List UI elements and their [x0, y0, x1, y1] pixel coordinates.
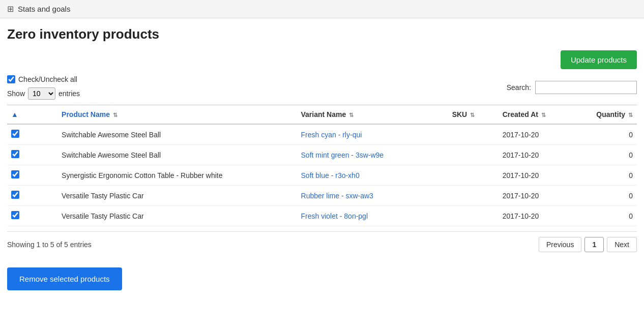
check-all-checkbox[interactable]	[7, 75, 15, 83]
sort-icon-variant: ⇅	[349, 112, 354, 118]
row-created-at: 2017-10-20	[499, 186, 587, 206]
row-checkbox[interactable]	[11, 130, 19, 138]
sort-icon-product: ⇅	[113, 112, 118, 118]
search-row: Search:	[507, 81, 637, 94]
row-created-at: 2017-10-20	[499, 206, 587, 226]
top-bar-title: Stats and goals	[18, 5, 70, 13]
sort-icon-sku: ⇅	[470, 112, 475, 118]
row-variant-name: Rubber lime - sxw-aw3	[297, 186, 448, 206]
controls-row: Check/Uncheck all Show 10 25 50 100 entr…	[7, 75, 637, 100]
row-quantity: 0	[587, 186, 637, 206]
show-label: Show	[7, 89, 25, 98]
row-checkbox[interactable]	[11, 150, 19, 158]
row-sku	[448, 186, 499, 206]
col-variant-name[interactable]: Variant Name ⇅	[297, 105, 448, 125]
row-sku	[448, 165, 499, 186]
row-checkbox-cell	[7, 165, 57, 186]
left-controls: Check/Uncheck all Show 10 25 50 100 entr…	[7, 75, 80, 100]
col-product-name[interactable]: Product Name ⇅	[57, 105, 297, 125]
row-quantity: 0	[587, 145, 637, 165]
row-quantity: 0	[587, 206, 637, 226]
check-all-row: Check/Uncheck all	[7, 75, 80, 83]
row-quantity: 0	[587, 165, 637, 186]
row-product-name: Synergistic Ergonomic Cotton Table - Rub…	[57, 165, 297, 186]
row-checkbox[interactable]	[11, 170, 19, 178]
table-row: Versatile Tasty Plastic CarFresh violet …	[7, 206, 637, 226]
table-row: Switchable Awesome Steel BallSoft mint g…	[7, 145, 637, 165]
col-checkbox: ▲	[7, 105, 57, 125]
row-checkbox-cell	[7, 206, 57, 226]
row-variant-name: Fresh violet - 8on-pgl	[297, 206, 448, 226]
showing-text: Showing 1 to 5 of 5 entries	[7, 241, 92, 249]
row-quantity: 0	[587, 124, 637, 145]
page-1-button[interactable]: 1	[584, 237, 604, 252]
table-body: Switchable Awesome Steel BallFresh cyan …	[7, 124, 637, 226]
row-product-name: Switchable Awesome Steel Ball	[57, 124, 297, 145]
remove-selected-button[interactable]: Remove selected products	[7, 267, 122, 290]
row-checkbox-cell	[7, 124, 57, 145]
top-bar: ⊞ Stats and goals	[0, 0, 644, 18]
row-sku	[448, 124, 499, 145]
row-checkbox-cell	[7, 145, 57, 165]
search-input[interactable]	[535, 81, 637, 94]
row-created-at: 2017-10-20	[499, 165, 587, 186]
row-created-at: 2017-10-20	[499, 124, 587, 145]
check-all-label: Check/Uncheck all	[18, 75, 77, 83]
page-title: Zero inventory products	[7, 26, 637, 42]
row-sku	[448, 206, 499, 226]
next-button[interactable]: Next	[607, 237, 637, 252]
row-product-name: Versatile Tasty Plastic Car	[57, 206, 297, 226]
show-entries-row: Show 10 25 50 100 entries	[7, 87, 80, 100]
table-row: Synergistic Ergonomic Cotton Table - Rub…	[7, 165, 637, 186]
row-variant-name: Soft mint green - 3sw-w9e	[297, 145, 448, 165]
col-sku[interactable]: SKU ⇅	[448, 105, 499, 125]
toolbar: Update products	[7, 50, 637, 69]
pagination-row: Showing 1 to 5 of 5 entries Previous 1 N…	[7, 231, 637, 257]
table-header: ▲ Product Name ⇅ Variant Name ⇅ SKU ⇅ Cr…	[7, 105, 637, 125]
update-products-button[interactable]: Update products	[561, 50, 637, 69]
sort-icon-qty: ⇅	[628, 112, 633, 118]
products-table: ▲ Product Name ⇅ Variant Name ⇅ SKU ⇅ Cr…	[7, 105, 637, 226]
col-quantity[interactable]: Quantity ⇅	[587, 105, 637, 125]
main-content: Zero inventory products Update products …	[0, 18, 644, 298]
row-checkbox-cell	[7, 186, 57, 206]
table-row: Switchable Awesome Steel BallFresh cyan …	[7, 124, 637, 145]
stats-icon: ⊞	[7, 4, 14, 14]
row-variant-name: Fresh cyan - rly-qui	[297, 124, 448, 145]
row-variant-name: Soft blue - r3o-xh0	[297, 165, 448, 186]
row-checkbox[interactable]	[11, 211, 19, 219]
col-created-at[interactable]: Created At ⇅	[499, 105, 587, 125]
sort-icon-created: ⇅	[541, 112, 546, 118]
row-sku	[448, 145, 499, 165]
row-product-name: Switchable Awesome Steel Ball	[57, 145, 297, 165]
entries-label: entries	[58, 89, 80, 98]
search-label: Search:	[507, 83, 531, 92]
pagination-buttons: Previous 1 Next	[539, 237, 637, 252]
row-created-at: 2017-10-20	[499, 145, 587, 165]
table-row: Versatile Tasty Plastic CarRubber lime -…	[7, 186, 637, 206]
row-product-name: Versatile Tasty Plastic Car	[57, 186, 297, 206]
row-checkbox[interactable]	[11, 191, 19, 199]
previous-button[interactable]: Previous	[539, 237, 581, 252]
entries-select[interactable]: 10 25 50 100	[28, 87, 55, 100]
